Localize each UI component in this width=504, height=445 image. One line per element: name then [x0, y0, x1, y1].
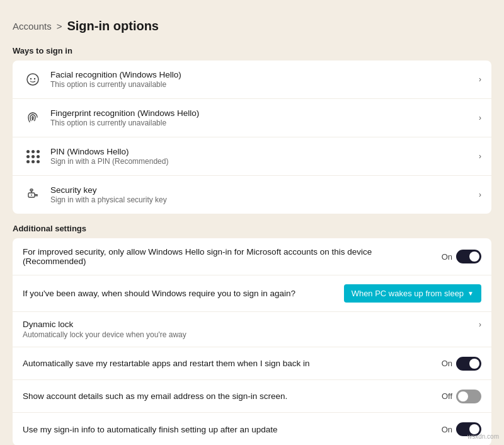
account-details-row: Show account details such as my email ad…	[13, 380, 491, 413]
fingerprint-recognition-title: Fingerprint recognition (Windows Hello)	[50, 108, 471, 118]
restart-apps-toggle-knob	[469, 359, 479, 369]
security-key-content: Security key Sign in with a physical sec…	[50, 185, 471, 204]
finish-setup-row: Use my sign-in info to automatically fin…	[13, 413, 491, 445]
facial-recognition-subtitle: This option is currently unavailable	[50, 80, 471, 89]
svg-point-2	[34, 78, 35, 79]
breadcrumb: Accounts > Sign-in options	[13, 19, 491, 33]
additional-settings-section: Additional settings For improved securit…	[13, 224, 491, 445]
pin-row[interactable]: PIN (Windows Hello) Sign in with a PIN (…	[13, 137, 491, 176]
facial-recognition-row[interactable]: Facial recognition (Windows Hello) This …	[13, 61, 491, 99]
account-details-toggle-label: Off	[442, 391, 452, 401]
ways-sign-in-card: Facial recognition (Windows Hello) This …	[13, 61, 491, 214]
pin-content: PIN (Windows Hello) Sign in with a PIN (…	[50, 147, 471, 166]
fingerprint-recognition-row[interactable]: Fingerprint recognition (Windows Hello) …	[13, 99, 491, 137]
pin-chevron: ›	[479, 152, 481, 161]
additional-section-label: Additional settings	[13, 224, 491, 233]
face-icon	[23, 69, 43, 90]
fingerprint-icon	[23, 108, 43, 128]
sign-in-after-away-dropdown[interactable]: When PC wakes up from sleep ▼	[344, 284, 481, 303]
ways-section-label: Ways to sign in	[13, 46, 491, 55]
windows-hello-only-toggle-knob	[469, 251, 479, 262]
security-key-chevron: ›	[479, 190, 481, 199]
dropdown-chevron-icon: ▼	[467, 290, 474, 297]
windows-hello-only-toggle[interactable]	[456, 250, 481, 263]
fingerprint-recognition-content: Fingerprint recognition (Windows Hello) …	[50, 108, 471, 127]
finish-setup-toggle-label: On	[442, 425, 452, 434]
fingerprint-chevron: ›	[479, 113, 481, 122]
settings-page: Accounts > Sign-in options Ways to sign …	[0, 0, 504, 445]
sign-in-after-away-row: If you've been away, when should Windows…	[13, 275, 491, 312]
dynamic-lock-chevron: ›	[479, 320, 481, 329]
svg-point-1	[30, 78, 32, 79]
finish-setup-text: Use my sign-in info to automatically fin…	[23, 425, 434, 434]
windows-hello-only-row: For improved security, only allow Window…	[13, 238, 491, 275]
ways-to-sign-in-section: Ways to sign in Facial recognition (Wind…	[13, 46, 491, 214]
account-details-action: Off	[442, 390, 481, 403]
security-key-row[interactable]: Security key Sign in with a physical sec…	[13, 176, 491, 214]
windows-hello-only-action: On	[442, 250, 481, 263]
dynamic-lock-row[interactable]: Dynamic lock › Automatically lock your d…	[13, 312, 491, 347]
security-key-action: ›	[479, 190, 481, 199]
dynamic-lock-subtitle: Automatically lock your device when you'…	[23, 330, 186, 339]
restart-apps-toggle[interactable]	[456, 357, 481, 371]
fingerprint-recognition-subtitle: This option is currently unavailable	[50, 118, 471, 127]
security-key-title: Security key	[50, 185, 471, 195]
pin-title: PIN (Windows Hello)	[50, 147, 471, 156]
sign-in-after-away-text: If you've been away, when should Windows…	[23, 289, 336, 298]
account-details-toggle[interactable]	[456, 390, 481, 403]
windows-hello-only-text: For improved security, only allow Window…	[23, 247, 434, 266]
facial-recognition-content: Facial recognition (Windows Hello) This …	[50, 70, 471, 89]
pin-subtitle: Sign in with a PIN (Recommended)	[50, 157, 471, 166]
breadcrumb-separator: >	[57, 21, 62, 32]
pin-icon	[23, 146, 43, 166]
restart-apps-text: Automatically save my restartable apps a…	[23, 359, 434, 368]
restart-apps-toggle-label: On	[442, 359, 452, 368]
breadcrumb-current: Sign-in options	[67, 19, 159, 33]
breadcrumb-accounts[interactable]: Accounts	[13, 21, 52, 32]
account-details-toggle-knob	[458, 391, 468, 402]
facial-recognition-chevron: ›	[479, 75, 481, 84]
account-details-text: Show account details such as my email ad…	[23, 391, 434, 401]
facial-recognition-action: ›	[479, 75, 481, 84]
svg-point-6	[31, 195, 32, 196]
fingerprint-recognition-action: ›	[479, 113, 481, 122]
dropdown-label: When PC wakes up from sleep	[352, 289, 464, 298]
sign-in-after-away-action: When PC wakes up from sleep ▼	[344, 284, 481, 303]
svg-point-0	[27, 74, 38, 85]
restart-apps-action: On	[442, 357, 481, 371]
key-icon	[23, 185, 43, 205]
facial-recognition-title: Facial recognition (Windows Hello)	[50, 70, 471, 79]
watermark: wsxdn.com	[467, 433, 499, 440]
pin-action: ›	[479, 152, 481, 161]
restart-apps-row: Automatically save my restartable apps a…	[13, 347, 491, 380]
windows-hello-only-toggle-label: On	[442, 252, 452, 262]
security-key-subtitle: Sign in with a physical security key	[50, 195, 471, 204]
dynamic-lock-text: Dynamic lock	[23, 320, 471, 329]
additional-settings-card: For improved security, only allow Window…	[13, 238, 491, 445]
